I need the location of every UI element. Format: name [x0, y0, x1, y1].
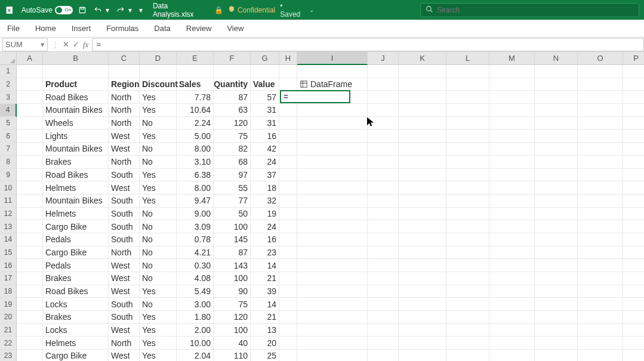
cell[interactable]: [578, 246, 623, 260]
ribbon-tab-view[interactable]: View: [224, 21, 246, 35]
cell[interactable]: [399, 143, 446, 156]
cell[interactable]: [17, 195, 43, 208]
cell[interactable]: No: [140, 233, 177, 246]
cell[interactable]: [578, 208, 623, 221]
cell[interactable]: [489, 233, 535, 246]
cell[interactable]: West: [109, 350, 140, 361]
cell[interactable]: Helmets: [43, 208, 109, 221]
enter-formula-icon[interactable]: ✓: [73, 40, 79, 49]
column-header[interactable]: G: [251, 52, 279, 65]
cell[interactable]: [446, 350, 489, 361]
cell[interactable]: [535, 298, 578, 311]
cell[interactable]: [17, 324, 43, 337]
cell[interactable]: Yes: [140, 195, 177, 208]
cell[interactable]: West: [109, 129, 140, 143]
cell[interactable]: [535, 272, 578, 285]
cell[interactable]: 14: [251, 259, 279, 272]
cell[interactable]: Road Bikes: [43, 285, 109, 298]
cell[interactable]: [17, 117, 43, 130]
cell[interactable]: Pedals: [43, 259, 109, 272]
cell[interactable]: [489, 337, 535, 350]
cell[interactable]: [17, 285, 43, 298]
cell[interactable]: [297, 259, 368, 272]
cell[interactable]: [297, 298, 368, 311]
cell[interactable]: [368, 246, 399, 260]
cell[interactable]: [297, 129, 368, 143]
cell[interactable]: 1.80: [177, 311, 214, 324]
cell[interactable]: Yes: [140, 181, 177, 195]
cell[interactable]: [279, 208, 297, 221]
cell[interactable]: Yes: [140, 91, 177, 104]
cell[interactable]: [446, 259, 489, 272]
cell[interactable]: [17, 181, 43, 195]
cell[interactable]: 110: [214, 350, 251, 361]
cell[interactable]: [535, 156, 578, 169]
cell[interactable]: 39: [251, 285, 279, 298]
cell[interactable]: South: [109, 169, 140, 182]
cell[interactable]: [578, 324, 623, 337]
cell[interactable]: Region: [109, 78, 140, 91]
cell[interactable]: 31: [251, 104, 279, 117]
cell[interactable]: [489, 104, 535, 117]
cell[interactable]: [535, 195, 578, 208]
cell[interactable]: 16: [251, 129, 279, 143]
cell[interactable]: [368, 91, 399, 104]
cell[interactable]: 8.00: [177, 181, 214, 195]
column-header[interactable]: L: [446, 52, 489, 65]
cell[interactable]: [535, 337, 578, 350]
cell[interactable]: [623, 208, 644, 221]
row-header[interactable]: 23: [0, 350, 17, 361]
cell[interactable]: [109, 65, 140, 78]
cell[interactable]: [623, 337, 644, 350]
cell[interactable]: 8.00: [177, 143, 214, 156]
cell[interactable]: 97: [214, 169, 251, 182]
cell[interactable]: Quantity: [214, 78, 251, 91]
column-header[interactable]: J: [368, 52, 399, 65]
cell[interactable]: Product: [43, 78, 109, 91]
cell[interactable]: [578, 169, 623, 182]
cell[interactable]: 2.24: [177, 117, 214, 130]
cell[interactable]: [279, 259, 297, 272]
row-header[interactable]: 12: [0, 208, 17, 221]
cell[interactable]: [623, 169, 644, 182]
cell[interactable]: 40: [214, 337, 251, 350]
row-header[interactable]: 1: [0, 65, 17, 78]
cell[interactable]: 68: [214, 156, 251, 169]
cell[interactable]: Pedals: [43, 233, 109, 246]
cell[interactable]: [446, 285, 489, 298]
cell[interactable]: [446, 298, 489, 311]
cell[interactable]: [489, 350, 535, 361]
cell[interactable]: Cargo Bike: [43, 246, 109, 260]
cell[interactable]: [17, 298, 43, 311]
cell[interactable]: [489, 169, 535, 182]
cell[interactable]: 7.78: [177, 91, 214, 104]
row-header[interactable]: 17: [0, 272, 17, 285]
cell[interactable]: [368, 208, 399, 221]
cell[interactable]: 63: [214, 104, 251, 117]
row-header[interactable]: 13: [0, 220, 17, 233]
cancel-formula-icon[interactable]: ✕: [63, 40, 69, 49]
cell[interactable]: [535, 233, 578, 246]
cell[interactable]: South: [109, 233, 140, 246]
cell[interactable]: [535, 208, 578, 221]
column-header[interactable]: A: [17, 52, 43, 65]
row-header[interactable]: 2: [0, 78, 17, 91]
cell[interactable]: [446, 246, 489, 260]
cell[interactable]: 3.10: [177, 156, 214, 169]
cell[interactable]: [489, 208, 535, 221]
cell[interactable]: Road Bikes: [43, 169, 109, 182]
cell[interactable]: [446, 117, 489, 130]
row-header[interactable]: 21: [0, 324, 17, 337]
column-header[interactable]: E: [177, 52, 214, 65]
cell[interactable]: [399, 104, 446, 117]
cell[interactable]: [446, 78, 489, 91]
cell[interactable]: [535, 169, 578, 182]
column-header[interactable]: I: [297, 52, 368, 65]
cell[interactable]: 100: [214, 324, 251, 337]
cell[interactable]: [17, 259, 43, 272]
cell[interactable]: 21: [251, 272, 279, 285]
ribbon-tab-home[interactable]: Home: [33, 21, 58, 35]
cell[interactable]: [623, 129, 644, 143]
ribbon-tab-data[interactable]: Data: [152, 21, 172, 35]
column-header[interactable]: D: [140, 52, 177, 65]
